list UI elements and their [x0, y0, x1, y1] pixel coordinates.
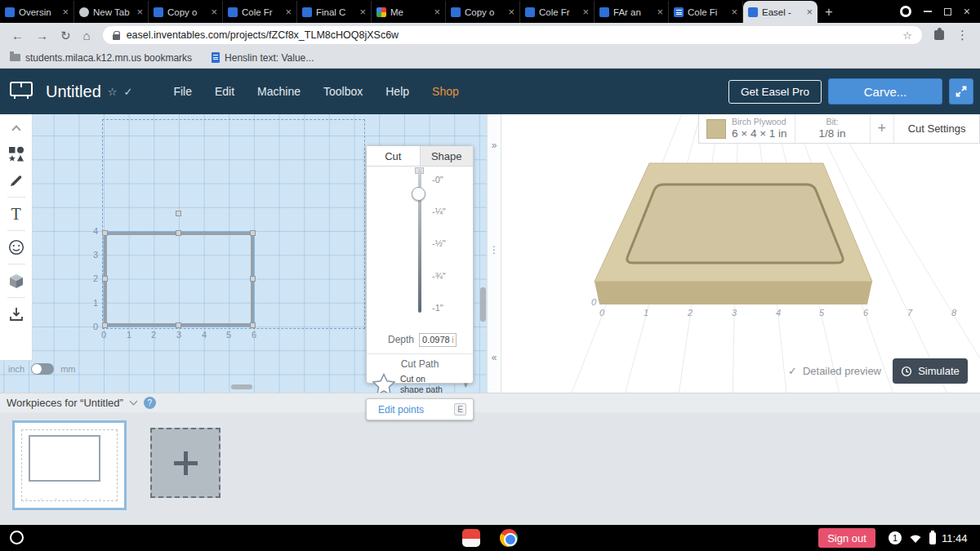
- tab-close-icon[interactable]: ×: [359, 7, 366, 17]
- import-tool-icon[interactable]: [8, 304, 24, 324]
- detailed-preview-toggle[interactable]: ✓ Detailed preview: [788, 365, 881, 377]
- bookmark-folder[interactable]: students.milaca.k12.mn.us bookmarks: [10, 52, 192, 64]
- tab-shape[interactable]: Shape: [420, 146, 474, 166]
- svg-text:8: 8: [951, 308, 957, 318]
- resize-handle[interactable]: [102, 322, 108, 328]
- tab-close-icon[interactable]: ×: [508, 7, 514, 17]
- rotate-handle[interactable]: [176, 211, 181, 216]
- tab-close-icon[interactable]: ×: [657, 7, 663, 17]
- menu-help[interactable]: Help: [385, 85, 409, 98]
- simulate-button[interactable]: Simulate: [893, 358, 968, 384]
- menu-shop[interactable]: Shop: [432, 85, 459, 98]
- browser-tab[interactable]: New Tab ×: [74, 1, 149, 23]
- tab-cut[interactable]: Cut: [367, 146, 420, 166]
- menu-machine[interactable]: Machine: [257, 85, 301, 98]
- horizontal-scrollbar[interactable]: [231, 384, 252, 389]
- favorite-star-icon[interactable]: ☆: [108, 86, 118, 98]
- browser-tab[interactable]: Final C ×: [297, 1, 372, 23]
- chrome-icon[interactable]: [500, 529, 518, 547]
- vertical-scrollbar[interactable]: [480, 287, 486, 322]
- browser-tab[interactable]: Cole Fr ×: [520, 1, 595, 23]
- reload-icon[interactable]: ↻: [60, 29, 71, 42]
- pen-tool-icon[interactable]: [9, 171, 24, 190]
- unit-toggle[interactable]: [31, 363, 54, 375]
- browser-tab[interactable]: Cole Fi ×: [669, 1, 743, 23]
- maximize-button[interactable]: [944, 8, 951, 16]
- tab-close-icon[interactable]: ×: [582, 7, 589, 17]
- sign-out-button[interactable]: Sign out: [818, 528, 875, 548]
- url-bar[interactable]: easel.inventables.com/projects/fZCf8x_TL…: [103, 26, 922, 44]
- edit-points-button[interactable]: Edit points E: [366, 398, 474, 420]
- fullscreen-button[interactable]: [949, 78, 973, 104]
- carve-button[interactable]: Carve...: [828, 78, 942, 104]
- tab-close-icon[interactable]: ×: [434, 7, 440, 17]
- easel-logo-icon[interactable]: [8, 78, 34, 104]
- get-easel-pro-button[interactable]: Get Easel Pro: [728, 80, 822, 104]
- app-icon[interactable]: [462, 529, 480, 547]
- resize-handle[interactable]: [250, 230, 256, 236]
- shortcut-key-badge: E: [454, 403, 466, 415]
- resize-handle[interactable]: [250, 276, 256, 282]
- add-bit-button[interactable]: +: [870, 114, 894, 143]
- back-icon[interactable]: ←: [11, 29, 24, 42]
- browser-menu-icon[interactable]: ⋮: [956, 28, 969, 42]
- thumbnail-axis-ticks: [26, 499, 113, 500]
- project-title[interactable]: Untitled: [46, 82, 101, 101]
- tab-close-icon[interactable]: ×: [285, 7, 292, 17]
- slider-handle[interactable]: [412, 187, 425, 201]
- window-close-icon[interactable]: ×: [964, 6, 970, 17]
- easel-menu: File Edit Machine Toolbox Help Shop: [173, 85, 458, 98]
- text-tool-icon[interactable]: T: [11, 204, 20, 224]
- resize-handle[interactable]: [176, 230, 181, 236]
- collapse-right-icon[interactable]: »: [488, 140, 501, 150]
- forward-icon[interactable]: →: [36, 29, 48, 42]
- add-workpiece-button[interactable]: [150, 428, 220, 498]
- menu-edit[interactable]: Edit: [215, 85, 234, 98]
- bookmark-star-icon[interactable]: ☆: [902, 29, 912, 42]
- browser-tab[interactable]: FAr an ×: [595, 1, 669, 23]
- browser-tab[interactable]: Cole Fr ×: [223, 1, 297, 23]
- tab-close-icon[interactable]: ×: [211, 7, 217, 17]
- collapse-left-icon[interactable]: «: [488, 353, 501, 362]
- bit-selector[interactable]: Bit: 1/8 in: [795, 114, 870, 143]
- minimize-button[interactable]: [924, 11, 932, 12]
- resize-handle[interactable]: [102, 276, 108, 282]
- tab-close-icon[interactable]: ×: [136, 7, 143, 17]
- browser-tab[interactable]: Copy o ×: [149, 1, 223, 23]
- collapse-up-icon[interactable]: [13, 118, 20, 138]
- material-tool-icon[interactable]: [8, 271, 24, 291]
- depth-input[interactable]: [419, 333, 457, 347]
- browser-tab[interactable]: Oversin ×: [0, 1, 74, 23]
- menu-toolbox[interactable]: Toolbox: [323, 85, 363, 98]
- status-tray[interactable]: 1 11:44: [882, 525, 980, 551]
- chevron-down-icon[interactable]: [129, 398, 137, 406]
- shapes-tool-icon[interactable]: [8, 144, 24, 164]
- tab-close-icon[interactable]: ×: [731, 7, 737, 17]
- help-icon[interactable]: ?: [144, 397, 156, 409]
- preview-pane[interactable]: 0 0 1 2 3 4 5 6 7 8 Birch Plywood 6 × 4 …: [501, 114, 980, 393]
- workpiece-thumbnail-selected[interactable]: [12, 420, 127, 510]
- tab-close-icon[interactable]: ×: [62, 7, 69, 17]
- browser-tab[interactable]: Copy o ×: [446, 1, 520, 23]
- resize-handle[interactable]: [250, 322, 256, 328]
- tab-close-icon[interactable]: ×: [806, 7, 813, 17]
- resize-handle[interactable]: [176, 322, 181, 328]
- cut-settings-button[interactable]: Cut Settings: [893, 114, 979, 143]
- selected-rectangle-shape[interactable]: [104, 232, 254, 327]
- menu-file[interactable]: File: [173, 85, 192, 98]
- bookmark-item[interactable]: Henslin text: Value...: [212, 52, 314, 64]
- tool-palette: T: [0, 114, 33, 361]
- material-selector[interactable]: Birch Plywood 6 × 4 × 1 in: [699, 114, 795, 143]
- extensions-icon[interactable]: [934, 30, 944, 40]
- new-tab-button[interactable]: +: [817, 1, 840, 23]
- resize-handle[interactable]: [102, 230, 108, 236]
- drag-handle-icon[interactable]: ⋮: [488, 245, 501, 255]
- simulate-label: Simulate: [918, 365, 960, 377]
- browser-status-icon[interactable]: [900, 6, 911, 17]
- detailed-preview-label: Detailed preview: [803, 365, 881, 377]
- home-icon[interactable]: ⌂: [83, 29, 91, 42]
- clipart-tool-icon[interactable]: [8, 238, 24, 257]
- launcher-button[interactable]: [10, 531, 24, 544]
- browser-tab[interactable]: Me ×: [372, 1, 446, 23]
- browser-tab-active[interactable]: Easel - ×: [743, 1, 817, 23]
